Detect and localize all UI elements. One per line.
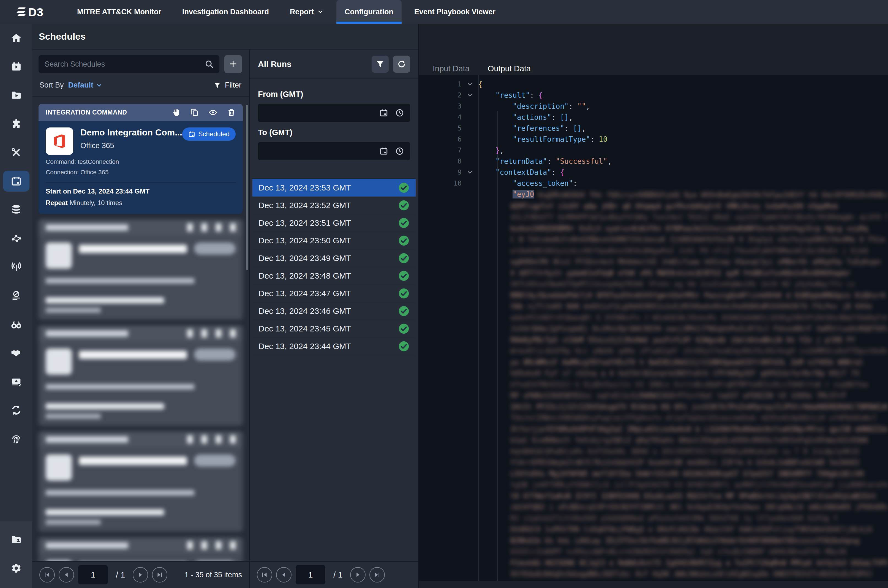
to-date-input[interactable] (264, 147, 372, 156)
sidebar-item-puzzle[interactable] (3, 113, 30, 134)
binoculars-icon (11, 319, 22, 330)
add-schedule-button[interactable] (224, 55, 242, 73)
fold-chevron-icon[interactable] (466, 169, 473, 176)
sidebar-item-tools[interactable] (3, 142, 30, 163)
search-input[interactable] (44, 60, 204, 69)
run-row[interactable]: Dec 13, 2024 23:53 GMT (252, 179, 416, 196)
run-row[interactable]: Dec 13, 2024 23:48 GMT (252, 267, 416, 285)
filter-button[interactable]: Filter (213, 81, 242, 90)
run-time: Dec 13, 2024 23:53 GMT (258, 183, 351, 192)
nav-items: MITRE ATT&CK MonitorInvestigation Dashbo… (67, 0, 506, 24)
nav-item-report[interactable]: Report (282, 0, 332, 24)
fold-chevron-icon[interactable] (466, 92, 473, 99)
sort-dropdown[interactable]: Default (68, 81, 103, 90)
code-line: 10 "access_token": (419, 178, 888, 189)
calendar-picker-icon[interactable] (380, 147, 388, 156)
clock-picker-icon[interactable] (395, 147, 404, 156)
prev-page-button[interactable] (276, 567, 291, 582)
run-time: Dec 13, 2024 23:47 GMT (258, 289, 351, 298)
sort-by-label: Sort By (39, 81, 64, 90)
card-repeat-line: Repeat Minutely, 10 times (46, 199, 236, 207)
schedule-card-list[interactable]: INTEGRATION COMMAND Demo Integration C (32, 97, 249, 561)
run-row[interactable]: Dec 13, 2024 23:50 GMT (252, 232, 416, 249)
sidebar-item-binoculars[interactable] (3, 314, 30, 335)
runs-refresh-button[interactable] (393, 56, 410, 73)
nav-item-mitre-att-ck-monitor[interactable]: MITRE ATT&CK Monitor (69, 0, 170, 24)
sidebar-item-gear[interactable] (3, 558, 30, 579)
schedule-card-selected[interactable]: INTEGRATION COMMAND Demo Integration C (39, 104, 243, 214)
fingerprint-icon (11, 433, 22, 444)
nav-item-investigation-dashboard[interactable]: Investigation Dashboard (174, 0, 277, 24)
run-row[interactable]: Dec 13, 2024 23:44 GMT (252, 338, 416, 355)
search-icon[interactable] (204, 60, 214, 69)
fold-chevron-icon[interactable] (466, 81, 473, 87)
chevron-down-icon (317, 9, 324, 15)
run-list[interactable]: Dec 13, 2024 23:53 GMTDec 13, 2024 23:52… (252, 178, 416, 561)
calendar-picker-icon[interactable] (380, 108, 388, 117)
run-row[interactable]: Dec 13, 2024 23:45 GMT (252, 320, 416, 338)
page-number-input[interactable] (78, 565, 108, 585)
card-type-label: INTEGRATION COMMAND (46, 109, 127, 116)
tools-icon (11, 147, 22, 158)
next-page-button[interactable] (133, 567, 148, 582)
code-line: 5 "references": [], (419, 123, 888, 134)
tab-output-data[interactable]: Output Data (487, 64, 532, 75)
hand-icon[interactable] (172, 108, 180, 117)
trash-icon[interactable] (227, 108, 236, 117)
run-row[interactable]: Dec 13, 2024 23:47 GMT (252, 285, 416, 302)
code-line: 8 "returnData": "Successful", (419, 156, 888, 167)
json-output-viewer[interactable]: 1{2 "result": {3 "description": "",4 "ac… (419, 75, 888, 581)
tab-input-data[interactable]: Input Data (432, 64, 471, 75)
sidebar-item-calendar-play[interactable] (3, 56, 30, 77)
runs-title: All Runs (258, 60, 291, 69)
page-number-input[interactable] (296, 565, 326, 585)
last-page-button[interactable] (369, 567, 385, 582)
prev-page-button[interactable] (58, 567, 74, 582)
data-tabs: Input DataOutput Data (419, 24, 888, 81)
search-box (39, 55, 219, 73)
from-date-input[interactable] (264, 108, 372, 117)
runs-panel: All Runs From (GMT) To (GMT (250, 50, 418, 588)
success-check-icon (398, 270, 410, 282)
run-time: Dec 13, 2024 23:49 GMT (258, 254, 351, 263)
last-page-button[interactable] (152, 567, 167, 582)
first-page-button[interactable] (257, 567, 272, 582)
sidebar-item-share-nodes[interactable] (3, 228, 30, 249)
office365-icon (46, 128, 73, 155)
sidebar-item-calendar[interactable] (3, 171, 30, 192)
run-time: Dec 13, 2024 23:46 GMT (258, 306, 351, 316)
sidebar-item-antenna[interactable] (3, 256, 30, 278)
code-line: 9 "contextData": { (419, 167, 888, 178)
schedule-card-blurred[interactable] (39, 326, 243, 426)
run-row[interactable]: Dec 13, 2024 23:49 GMT (252, 249, 416, 267)
sidebar-item-sync[interactable] (3, 400, 30, 421)
eye-icon[interactable] (208, 108, 217, 117)
sidebar-item-home[interactable] (3, 27, 30, 48)
nav-item-configuration[interactable]: Configuration (336, 0, 402, 24)
schedule-card-blurred[interactable] (39, 431, 243, 532)
run-time: Dec 13, 2024 23:50 GMT (258, 236, 351, 245)
run-row[interactable]: Dec 13, 2024 23:52 GMT (252, 196, 416, 214)
sidebar-item-database[interactable] (3, 199, 30, 220)
scrollbar[interactable] (246, 105, 248, 270)
first-page-button[interactable] (39, 567, 55, 582)
sidebar-item-incident-doc[interactable] (3, 371, 30, 392)
success-check-icon (398, 252, 410, 264)
schedule-card-blurred[interactable] (39, 219, 243, 320)
schedule-card-blurred[interactable] (39, 537, 243, 561)
sidebar-item-fingerprint[interactable] (3, 428, 30, 449)
nav-item-event-playbook-viewer[interactable]: Event Playbook Viewer (406, 0, 504, 24)
d3-soar-app: D3 MITRE ATT&CK MonitorInvestigation Das… (0, 0, 888, 588)
next-page-button[interactable] (350, 567, 366, 582)
run-row[interactable]: Dec 13, 2024 23:51 GMT (252, 214, 416, 232)
sidebar-item-folder-play[interactable] (3, 85, 30, 106)
sidebar-item-handshake[interactable] (3, 342, 30, 363)
sidebar-item-globe-lines[interactable] (3, 285, 30, 306)
sidebar-item-folder-user[interactable] (3, 529, 30, 550)
clock-picker-icon[interactable] (395, 108, 404, 117)
copy-icon[interactable] (190, 108, 199, 117)
run-row[interactable]: Dec 13, 2024 23:46 GMT (252, 302, 416, 320)
card-title: Demo Integration Com... (80, 128, 175, 138)
home-icon (11, 33, 22, 44)
runs-filter-button[interactable] (372, 56, 388, 73)
